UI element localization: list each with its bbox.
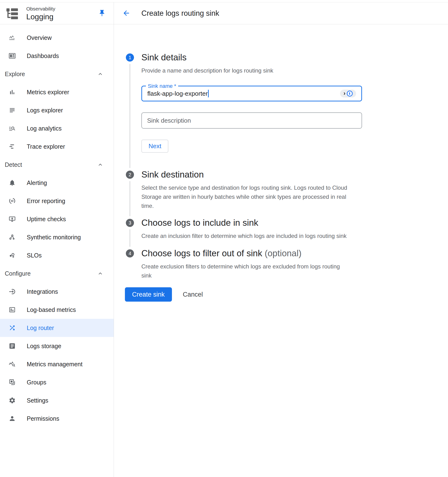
- sidebar-section-detect[interactable]: Detect: [0, 155, 114, 174]
- step-description: Provide a name and description for logs …: [141, 66, 448, 75]
- dashboard-icon: [9, 52, 16, 60]
- step-number-badge: 1: [126, 54, 134, 62]
- bell-icon: [9, 179, 16, 186]
- step-include-logs: 3 Choose logs to include in sink Create …: [114, 218, 448, 248]
- sidebar-item-permissions[interactable]: Permissions: [0, 410, 114, 428]
- chevron-up-icon: [97, 71, 104, 77]
- arrow-back-icon: [122, 9, 130, 17]
- page-header: Create logs routing sink: [114, 2, 448, 24]
- 1password-extension-icon: [347, 91, 353, 97]
- step-description: Create exclusion filters to determine wh…: [141, 262, 345, 280]
- sidebar-item-metrics-explorer[interactable]: Metrics explorer: [0, 83, 114, 101]
- sidebar-item-label: Permissions: [27, 415, 59, 422]
- uptime-monitor-icon: [9, 215, 16, 223]
- sidebar-item-log-analytics[interactable]: Log analytics: [0, 119, 114, 137]
- back-button[interactable]: [122, 9, 131, 18]
- sidebar-item-settings[interactable]: Settings: [0, 391, 114, 410]
- sidebar-item-label: Log-based metrics: [27, 306, 76, 313]
- sidebar-item-label: Metrics explorer: [27, 89, 69, 96]
- sidebar-item-log-router[interactable]: Log router: [0, 319, 114, 337]
- sidebar-item-error-reporting[interactable]: Error reporting: [0, 192, 114, 210]
- sidebar-item-label: Error reporting: [27, 197, 65, 204]
- stepper: 1 Sink details Provide a name and descri…: [114, 24, 448, 302]
- sink-name-value: flask-app-log-exporter: [147, 90, 208, 97]
- metrics-box-icon: [9, 306, 16, 313]
- groups-squares-icon: [9, 379, 16, 386]
- error-reporting-icon: [9, 197, 16, 204]
- sidebar-item-label: Trace explorer: [27, 143, 65, 150]
- page-title: Create logs routing sink: [141, 9, 219, 18]
- cancel-button[interactable]: Cancel: [183, 291, 203, 298]
- sidebar-item-label: Settings: [27, 397, 48, 404]
- sink-description-input[interactable]: [147, 117, 356, 124]
- sidebar-item-alerting[interactable]: Alerting: [0, 174, 114, 192]
- step-title: Sink details: [141, 52, 448, 63]
- step-rail: 1: [126, 52, 134, 169]
- sidebar-item-label: Metrics management: [27, 361, 82, 368]
- sidebar-item-logs-storage[interactable]: Logs storage: [0, 337, 114, 355]
- step-rail: 3: [126, 218, 134, 248]
- sidebar-item-slos[interactable]: SLOs: [0, 246, 114, 264]
- shuffle-icon: [9, 324, 16, 331]
- step-description: Create an inclusion filter to determine …: [141, 232, 365, 240]
- sidebar-item-synthetic-monitoring[interactable]: Synthetic monitoring: [0, 228, 114, 246]
- log-search-icon: [9, 125, 16, 132]
- form-actions: Create sink Cancel: [125, 287, 448, 302]
- sidebar-item-integrations[interactable]: Integrations: [0, 282, 114, 301]
- password-manager-button[interactable]: ›: [340, 90, 356, 98]
- sink-name-label: Sink name *: [146, 83, 178, 89]
- chevron-right-icon: ›: [344, 90, 345, 96]
- create-sink-button[interactable]: Create sink: [125, 287, 172, 302]
- sidebar-item-label: Synthetic monitoring: [27, 234, 81, 241]
- chevron-up-icon: [97, 161, 104, 168]
- next-button[interactable]: Next: [141, 140, 168, 153]
- app-root: Observability Logging Overview Dashboard…: [0, 2, 448, 477]
- pin-button[interactable]: [98, 9, 106, 18]
- step-number-badge: 3: [126, 219, 134, 227]
- step-connector-line: [130, 229, 130, 247]
- gear-icon: [9, 397, 16, 404]
- sidebar-item-dashboards[interactable]: Dashboards: [0, 47, 114, 65]
- log-lines-icon: [9, 107, 16, 114]
- step-sink-destination: 2 Sink destination Select the service ty…: [114, 169, 448, 218]
- sidebar-header: Observability Logging: [0, 2, 114, 24]
- product-title-block: Observability Logging: [26, 6, 55, 21]
- sidebar-item-label: Overview: [27, 34, 52, 41]
- sidebar-item-label: Logs explorer: [27, 107, 63, 114]
- sidebar-item-metrics-management[interactable]: Metrics management: [0, 355, 114, 373]
- sidebar-item-groups[interactable]: Groups: [0, 373, 114, 391]
- storage-article-icon: [9, 342, 16, 350]
- sidebar-item-uptime-checks[interactable]: Uptime checks: [0, 210, 114, 228]
- sidebar-item-label: Groups: [27, 379, 46, 386]
- query-stats-icon: [9, 361, 16, 368]
- sink-name-field[interactable]: Sink name * flask-app-log-exporter ›: [141, 86, 362, 101]
- section-label: Explore: [5, 71, 25, 78]
- sidebar-section-explore[interactable]: Explore: [0, 65, 114, 83]
- step-connector-line: [130, 181, 130, 216]
- step-number-badge: 4: [126, 249, 134, 257]
- sidebar-item-overview[interactable]: Overview: [0, 29, 114, 47]
- sidebar-section-configure[interactable]: Configure: [0, 264, 114, 282]
- section-label: Configure: [5, 270, 30, 277]
- sidebar-item-logs-explorer[interactable]: Logs explorer: [0, 101, 114, 119]
- sidebar-item-log-based-metrics[interactable]: Log-based metrics: [0, 301, 114, 319]
- product-eyebrow: Observability: [26, 6, 55, 11]
- pin-icon: [98, 9, 106, 17]
- sidebar-item-label: Integrations: [27, 288, 58, 295]
- sidebar-item-label: Uptime checks: [27, 216, 66, 223]
- sidebar-item-label: Dashboards: [27, 53, 59, 60]
- sidebar-item-label: Alerting: [27, 179, 47, 186]
- step-exclude-logs: 4 Choose logs to filter out of sink (opt…: [114, 248, 448, 280]
- sidebar-item-trace-explorer[interactable]: Trace explorer: [0, 137, 114, 155]
- sidebar: Observability Logging Overview Dashboard…: [0, 2, 114, 477]
- main-panel: Create logs routing sink 1 Sink details …: [114, 2, 448, 477]
- logging-product-icon: [6, 7, 18, 20]
- text-cursor: [208, 90, 209, 97]
- product-title: Logging: [26, 13, 55, 21]
- slo-circles-icon: [9, 252, 16, 259]
- section-label: Detect: [5, 161, 22, 168]
- step-sink-details: 1 Sink details Provide a name and descri…: [114, 52, 448, 169]
- sidebar-item-label: SLOs: [27, 252, 42, 259]
- bar-chart-icon: [9, 89, 16, 96]
- step-rail: 2: [126, 169, 134, 218]
